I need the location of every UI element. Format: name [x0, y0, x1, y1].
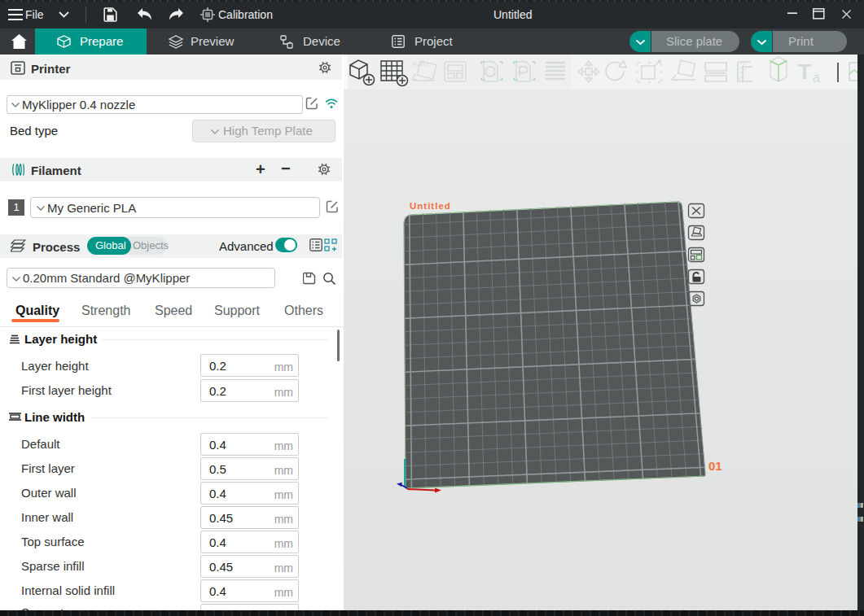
svg-text:01: 01: [708, 459, 722, 473]
svg-text:Untitled: Untitled: [410, 201, 451, 211]
